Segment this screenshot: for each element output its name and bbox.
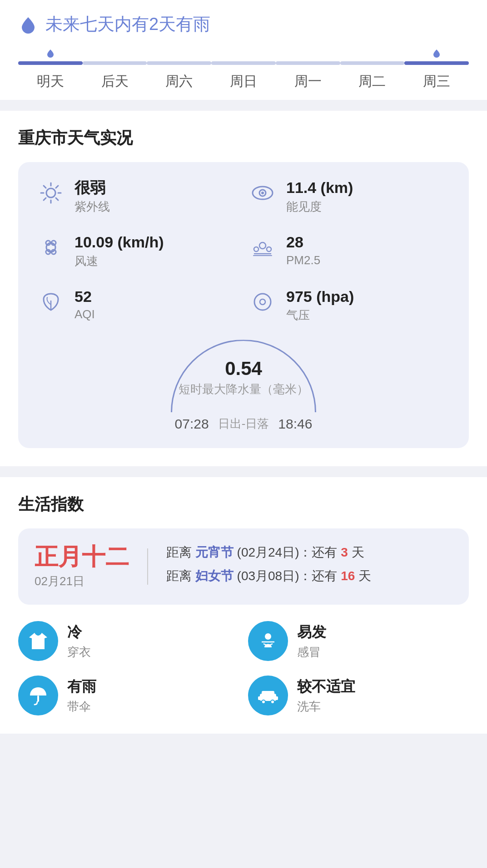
svg-point-11 — [261, 192, 264, 194]
clothes-value: 冷 — [67, 622, 91, 642]
clothes-label: 穿衣 — [67, 644, 91, 660]
uv-value: 很弱 — [75, 178, 110, 197]
svg-point-15 — [46, 250, 50, 254]
festival-row-0: 距离 元宵节 (02月24日)：还有 3 天 — [166, 543, 452, 562]
header-section: 未来七天内有2天有雨 明天 后天 周六 周日 — [0, 0, 487, 100]
umbrella-label: 带伞 — [67, 699, 96, 715]
svg-line-5 — [44, 186, 46, 188]
life-section: 生活指数 正月十二 02月21日 距离 元宵节 (02月24日)：还有 3 天 … — [0, 477, 487, 734]
carwash-label: 洗车 — [297, 699, 355, 715]
wind-label: 风速 — [75, 253, 164, 269]
tab-bar-3 — [211, 61, 276, 65]
tab-zhounsan[interactable]: 周三 — [404, 49, 469, 100]
life-section-title: 生活指数 — [18, 493, 469, 516]
pressure-info: 975 (hpa) 气压 — [286, 287, 354, 324]
rain-dot-0 — [46, 49, 55, 58]
lunar-date-block: 正月十二 02月21日 — [35, 544, 129, 589]
weather-item-uv: 很弱 紫外线 — [36, 178, 239, 215]
svg-point-17 — [254, 247, 258, 252]
life-item-clothes: 冷 穿衣 — [18, 621, 239, 661]
tab-bar-5 — [340, 61, 405, 65]
carwash-value: 较不适宜 — [297, 677, 355, 697]
weather-item-pm25: 28 PM2.5 — [248, 233, 451, 269]
pm25-icon — [248, 233, 277, 262]
festival-name-1: 妇女节 — [195, 569, 234, 583]
tab-mingitian[interactable]: 明天 — [18, 49, 83, 100]
svg-rect-28 — [260, 694, 276, 701]
umbrella-icon — [27, 685, 49, 706]
svg-point-25 — [265, 633, 271, 640]
precip-value: 0.54 — [171, 358, 316, 380]
pressure-value: 975 (hpa) — [286, 287, 354, 306]
wind-info: 10.09 (km/h) 风速 — [75, 233, 164, 269]
rain-drop-icon — [18, 15, 38, 35]
tab-zhouris[interactable]: 周日 — [211, 49, 276, 100]
aqi-label: AQI — [75, 307, 95, 321]
day-tabs: 明天 后天 周六 周日 周一 周二 — [18, 49, 469, 100]
clothes-icon — [27, 630, 49, 652]
tab-zhouyi[interactable]: 周一 — [276, 49, 340, 100]
weather-item-aqi: 52 AQI — [36, 287, 239, 324]
tab-label-0: 明天 — [37, 69, 64, 100]
aqi-info: 52 AQI — [75, 287, 95, 322]
clothes-info: 冷 穿衣 — [67, 622, 91, 660]
cold-info: 易发 感冒 — [297, 622, 326, 660]
svg-point-18 — [259, 242, 266, 249]
life-item-cold: 易发 感冒 — [248, 621, 469, 661]
svg-point-19 — [267, 247, 271, 252]
weather-item-visibility: 11.4 (km) 能见度 — [248, 178, 451, 215]
svg-rect-29 — [258, 696, 261, 700]
separator-1 — [0, 100, 487, 111]
weather-section: 重庆市天气实况 — [0, 111, 487, 466]
carwash-icon — [257, 685, 279, 706]
tab-label-1: 后天 — [101, 69, 129, 100]
weather-section-title: 重庆市天气实况 — [18, 127, 469, 149]
svg-point-33 — [271, 700, 274, 704]
svg-point-23 — [254, 294, 271, 310]
festival-name-0: 元宵节 — [195, 545, 234, 559]
calendar-card: 正月十二 02月21日 距离 元宵节 (02月24日)：还有 3 天 距离 妇女… — [18, 528, 469, 605]
solar-date: 02月21日 — [35, 573, 129, 589]
svg-point-32 — [262, 700, 265, 704]
tab-houtian[interactable]: 后天 — [83, 49, 147, 100]
tab-label-5: 周二 — [358, 69, 386, 100]
tab-zhouer[interactable]: 周二 — [340, 49, 405, 100]
header-title: 未来七天内有2天有雨 — [45, 13, 210, 36]
precipitation-gauge: 0.54 短时最大降水量（毫米） — [171, 340, 316, 412]
tab-bar-4 — [276, 61, 340, 65]
clothes-icon-wrap — [18, 621, 58, 661]
life-item-umbrella: 有雨 带伞 — [18, 676, 239, 715]
tab-zhouliu[interactable]: 周六 — [147, 49, 211, 100]
calendar-divider — [147, 548, 148, 585]
tab-label-4: 周一 — [294, 69, 322, 100]
carwash-info: 较不适宜 洗车 — [297, 677, 355, 715]
svg-point-14 — [51, 241, 56, 245]
gauge-text: 0.54 短时最大降水量（毫米） — [171, 358, 316, 397]
aqi-value: 52 — [75, 287, 95, 306]
precipitation-section: 0.54 短时最大降水量（毫米） 07:28 日出-日落 18:46 — [36, 340, 451, 432]
svg-line-6 — [56, 198, 58, 200]
svg-point-0 — [46, 188, 55, 197]
tab-bar-2 — [147, 61, 211, 65]
cold-icon — [257, 630, 279, 652]
header-title-row: 未来七天内有2天有雨 — [18, 13, 469, 36]
svg-rect-30 — [275, 696, 278, 700]
cold-value: 易发 — [297, 622, 326, 642]
weather-item-wind: 10.09 (km/h) 风速 — [36, 233, 239, 269]
lunar-date: 正月十二 — [35, 544, 129, 570]
festival-days-0: 3 — [341, 545, 348, 559]
precip-label: 短时最大降水量（毫米） — [171, 381, 316, 397]
tab-bar-1 — [83, 61, 147, 65]
uv-label: 紫外线 — [75, 199, 110, 215]
svg-point-13 — [46, 241, 50, 245]
carwash-icon-wrap — [248, 676, 288, 715]
weather-grid: 很弱 紫外线 11.4 (km) 能见度 — [36, 178, 451, 323]
festival-days-1: 16 — [341, 569, 355, 583]
sun-label: 日出-日落 — [218, 416, 269, 432]
weather-card: 很弱 紫外线 11.4 (km) 能见度 — [18, 162, 469, 448]
cold-icon-wrap — [248, 621, 288, 661]
visibility-info: 11.4 (km) 能见度 — [286, 178, 353, 215]
leaf-icon — [36, 287, 65, 316]
svg-point-24 — [260, 299, 265, 305]
umbrella-icon-wrap — [18, 676, 58, 715]
